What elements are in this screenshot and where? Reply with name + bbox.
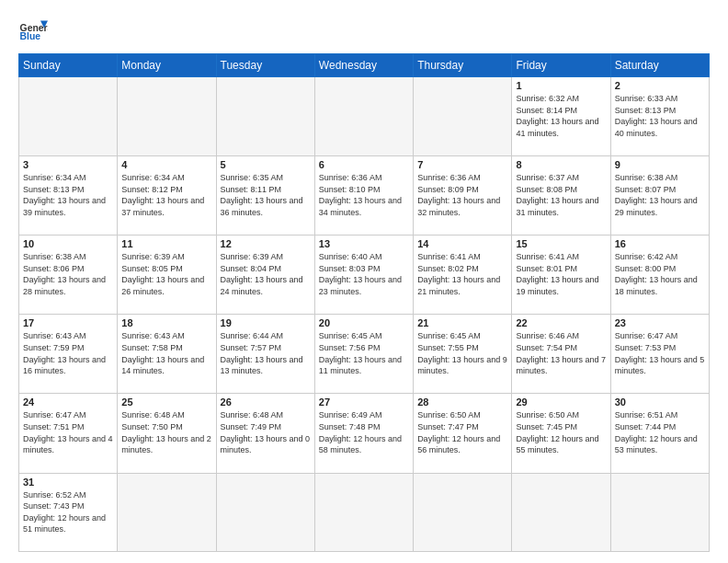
day-info: Sunrise: 6:34 AM Sunset: 8:12 PM Dayligh… bbox=[121, 172, 211, 218]
day-number: 20 bbox=[319, 317, 409, 328]
day-number: 30 bbox=[615, 396, 705, 408]
calendar-cell: 13Sunrise: 6:40 AM Sunset: 8:03 PM Dayli… bbox=[314, 236, 413, 315]
weekday-header: Wednesday bbox=[314, 54, 413, 77]
day-number: 29 bbox=[516, 396, 606, 408]
day-info: Sunrise: 6:40 AM Sunset: 8:03 PM Dayligh… bbox=[319, 251, 409, 297]
logo: General Blue bbox=[18, 15, 48, 44]
calendar-cell bbox=[314, 473, 413, 551]
day-info: Sunrise: 6:42 AM Sunset: 8:00 PM Dayligh… bbox=[615, 251, 705, 297]
calendar-cell: 15Sunrise: 6:41 AM Sunset: 8:01 PM Dayli… bbox=[512, 236, 610, 315]
day-number: 17 bbox=[23, 317, 113, 328]
calendar-cell: 29Sunrise: 6:50 AM Sunset: 7:45 PM Dayli… bbox=[512, 394, 610, 473]
day-info: Sunrise: 6:44 AM Sunset: 7:57 PM Dayligh… bbox=[221, 330, 311, 376]
calendar-cell: 11Sunrise: 6:39 AM Sunset: 8:05 PM Dayli… bbox=[118, 236, 216, 315]
day-number: 8 bbox=[516, 159, 606, 170]
day-info: Sunrise: 6:50 AM Sunset: 7:47 PM Dayligh… bbox=[417, 409, 507, 455]
day-number: 15 bbox=[516, 238, 606, 249]
day-number: 13 bbox=[319, 238, 409, 249]
calendar-cell bbox=[414, 473, 512, 551]
day-number: 5 bbox=[221, 159, 311, 170]
logo-icon: General Blue bbox=[18, 15, 48, 44]
calendar-cell bbox=[610, 473, 709, 551]
calendar-cell: 17Sunrise: 6:43 AM Sunset: 7:59 PM Dayli… bbox=[19, 315, 118, 394]
day-number: 27 bbox=[319, 396, 409, 408]
calendar-week-row: 10Sunrise: 6:38 AM Sunset: 8:06 PM Dayli… bbox=[19, 236, 710, 315]
day-info: Sunrise: 6:37 AM Sunset: 8:08 PM Dayligh… bbox=[516, 172, 606, 218]
day-number: 1 bbox=[516, 80, 606, 91]
day-info: Sunrise: 6:41 AM Sunset: 8:01 PM Dayligh… bbox=[516, 251, 606, 297]
calendar-cell: 10Sunrise: 6:38 AM Sunset: 8:06 PM Dayli… bbox=[19, 236, 118, 315]
calendar-cell: 7Sunrise: 6:36 AM Sunset: 8:09 PM Daylig… bbox=[414, 156, 512, 236]
calendar-cell: 16Sunrise: 6:42 AM Sunset: 8:00 PM Dayli… bbox=[610, 236, 709, 315]
calendar-cell: 22Sunrise: 6:46 AM Sunset: 7:54 PM Dayli… bbox=[512, 315, 610, 394]
calendar-cell: 3Sunrise: 6:34 AM Sunset: 8:13 PM Daylig… bbox=[19, 156, 118, 236]
day-info: Sunrise: 6:47 AM Sunset: 7:53 PM Dayligh… bbox=[615, 330, 705, 376]
day-number: 26 bbox=[221, 396, 311, 408]
day-number: 21 bbox=[417, 317, 507, 328]
calendar-cell: 26Sunrise: 6:48 AM Sunset: 7:49 PM Dayli… bbox=[216, 394, 314, 473]
calendar-cell bbox=[216, 77, 314, 156]
day-info: Sunrise: 6:48 AM Sunset: 7:50 PM Dayligh… bbox=[121, 409, 211, 455]
day-info: Sunrise: 6:36 AM Sunset: 8:10 PM Dayligh… bbox=[319, 172, 409, 218]
day-info: Sunrise: 6:43 AM Sunset: 7:59 PM Dayligh… bbox=[23, 330, 113, 376]
svg-text:Blue: Blue bbox=[20, 31, 41, 41]
day-info: Sunrise: 6:45 AM Sunset: 7:55 PM Dayligh… bbox=[417, 330, 507, 376]
calendar-cell: 8Sunrise: 6:37 AM Sunset: 8:08 PM Daylig… bbox=[512, 156, 610, 236]
calendar-cell: 24Sunrise: 6:47 AM Sunset: 7:51 PM Dayli… bbox=[19, 394, 118, 473]
day-info: Sunrise: 6:35 AM Sunset: 8:11 PM Dayligh… bbox=[221, 172, 311, 218]
calendar-cell: 18Sunrise: 6:43 AM Sunset: 7:58 PM Dayli… bbox=[118, 315, 216, 394]
calendar-cell: 27Sunrise: 6:49 AM Sunset: 7:48 PM Dayli… bbox=[314, 394, 413, 473]
calendar-cell: 25Sunrise: 6:48 AM Sunset: 7:50 PM Dayli… bbox=[118, 394, 216, 473]
calendar-cell: 9Sunrise: 6:38 AM Sunset: 8:07 PM Daylig… bbox=[610, 156, 709, 236]
calendar-week-row: 3Sunrise: 6:34 AM Sunset: 8:13 PM Daylig… bbox=[19, 156, 710, 236]
calendar-week-row: 31Sunrise: 6:52 AM Sunset: 7:43 PM Dayli… bbox=[19, 473, 710, 551]
calendar-cell bbox=[19, 77, 118, 156]
day-info: Sunrise: 6:41 AM Sunset: 8:02 PM Dayligh… bbox=[417, 251, 507, 297]
day-info: Sunrise: 6:50 AM Sunset: 7:45 PM Dayligh… bbox=[516, 409, 606, 455]
calendar-cell: 1Sunrise: 6:32 AM Sunset: 8:14 PM Daylig… bbox=[512, 77, 610, 156]
day-number: 9 bbox=[615, 159, 705, 170]
header: General Blue bbox=[18, 15, 710, 44]
day-number: 4 bbox=[121, 159, 211, 170]
weekday-header: Saturday bbox=[610, 54, 709, 77]
calendar-cell: 28Sunrise: 6:50 AM Sunset: 7:47 PM Dayli… bbox=[414, 394, 512, 473]
day-info: Sunrise: 6:34 AM Sunset: 8:13 PM Dayligh… bbox=[23, 172, 113, 218]
calendar-cell: 23Sunrise: 6:47 AM Sunset: 7:53 PM Dayli… bbox=[610, 315, 709, 394]
calendar-cell: 19Sunrise: 6:44 AM Sunset: 7:57 PM Dayli… bbox=[216, 315, 314, 394]
day-info: Sunrise: 6:38 AM Sunset: 8:07 PM Dayligh… bbox=[615, 172, 705, 218]
calendar-cell bbox=[118, 473, 216, 551]
day-number: 11 bbox=[121, 238, 211, 249]
day-number: 31 bbox=[23, 477, 113, 488]
calendar-cell bbox=[314, 77, 413, 156]
day-number: 2 bbox=[615, 80, 705, 91]
day-info: Sunrise: 6:38 AM Sunset: 8:06 PM Dayligh… bbox=[23, 251, 113, 297]
weekday-header-row: SundayMondayTuesdayWednesdayThursdayFrid… bbox=[19, 54, 710, 77]
calendar-cell: 4Sunrise: 6:34 AM Sunset: 8:12 PM Daylig… bbox=[118, 156, 216, 236]
weekday-header: Friday bbox=[512, 54, 610, 77]
day-number: 19 bbox=[221, 317, 311, 328]
day-info: Sunrise: 6:33 AM Sunset: 8:13 PM Dayligh… bbox=[615, 93, 705, 139]
calendar-cell: 30Sunrise: 6:51 AM Sunset: 7:44 PM Dayli… bbox=[610, 394, 709, 473]
day-info: Sunrise: 6:49 AM Sunset: 7:48 PM Dayligh… bbox=[319, 409, 409, 455]
day-info: Sunrise: 6:48 AM Sunset: 7:49 PM Dayligh… bbox=[221, 409, 311, 455]
calendar-cell: 6Sunrise: 6:36 AM Sunset: 8:10 PM Daylig… bbox=[314, 156, 413, 236]
weekday-header: Thursday bbox=[414, 54, 512, 77]
day-number: 22 bbox=[516, 317, 606, 328]
calendar-cell bbox=[216, 473, 314, 551]
calendar-cell: 5Sunrise: 6:35 AM Sunset: 8:11 PM Daylig… bbox=[216, 156, 314, 236]
day-number: 10 bbox=[23, 238, 113, 249]
day-number: 7 bbox=[417, 159, 507, 170]
day-info: Sunrise: 6:51 AM Sunset: 7:44 PM Dayligh… bbox=[615, 409, 705, 455]
day-number: 28 bbox=[417, 396, 507, 408]
calendar-table: SundayMondayTuesdayWednesdayThursdayFrid… bbox=[18, 53, 710, 552]
day-info: Sunrise: 6:47 AM Sunset: 7:51 PM Dayligh… bbox=[23, 409, 113, 455]
day-number: 25 bbox=[121, 396, 211, 408]
day-number: 16 bbox=[615, 238, 705, 249]
day-info: Sunrise: 6:43 AM Sunset: 7:58 PM Dayligh… bbox=[121, 330, 211, 376]
day-info: Sunrise: 6:52 AM Sunset: 7:43 PM Dayligh… bbox=[23, 489, 113, 535]
day-info: Sunrise: 6:39 AM Sunset: 8:05 PM Dayligh… bbox=[121, 251, 211, 297]
calendar-cell: 21Sunrise: 6:45 AM Sunset: 7:55 PM Dayli… bbox=[414, 315, 512, 394]
weekday-header: Sunday bbox=[19, 54, 118, 77]
day-number: 24 bbox=[23, 396, 113, 408]
weekday-header: Monday bbox=[118, 54, 216, 77]
